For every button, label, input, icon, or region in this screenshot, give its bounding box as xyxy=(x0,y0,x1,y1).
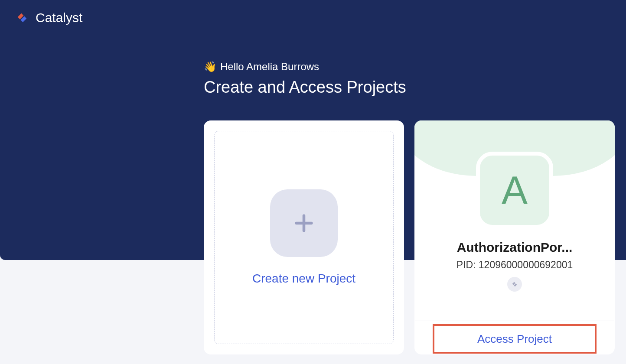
access-project-button[interactable]: Access Project xyxy=(477,332,552,346)
project-name: AuthorizationPor... xyxy=(432,240,597,255)
create-project-label: Create new Project xyxy=(252,272,355,286)
card-footer-divider xyxy=(415,321,614,321)
page-title: Create and Access Projects xyxy=(204,78,406,97)
plus-icon-box xyxy=(270,189,338,257)
catalyst-small-icon xyxy=(511,280,518,288)
plus-icon xyxy=(293,212,315,234)
greeting-text: Hello Amelia Burrows xyxy=(220,61,319,73)
greeting-line: 👋 Hello Amelia Burrows xyxy=(204,61,406,73)
create-project-card[interactable]: Create new Project xyxy=(204,120,404,354)
project-avatar-letter: A xyxy=(502,168,528,213)
header: Catalyst xyxy=(0,0,626,36)
project-info: AuthorizationPor... PID: 120960000006920… xyxy=(414,240,615,292)
project-logo-badge xyxy=(507,277,522,292)
greeting-block: 👋 Hello Amelia Burrows Create and Access… xyxy=(204,61,406,97)
wave-hand-icon: 👋 xyxy=(204,61,217,73)
brand-name: Catalyst xyxy=(36,10,82,25)
project-pid: PID: 12096000000692001 xyxy=(432,259,597,271)
project-avatar: A xyxy=(476,152,553,229)
access-button-highlight: Access Project xyxy=(433,324,597,354)
create-project-inner: Create new Project xyxy=(214,131,394,344)
cards-container: Create new Project A AuthorizationPor...… xyxy=(204,120,615,354)
project-card[interactable]: A AuthorizationPor... PID: 1209600000069… xyxy=(414,120,615,354)
catalyst-logo-icon xyxy=(15,10,29,25)
